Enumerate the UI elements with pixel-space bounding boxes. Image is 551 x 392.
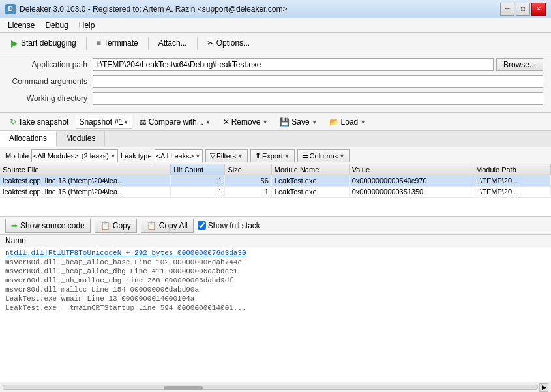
cmd-args-input[interactable]	[93, 75, 543, 88]
load-caret-icon: ▼	[360, 119, 366, 125]
terminate-button[interactable]: ■ Terminate	[91, 35, 144, 51]
stack-item: msvcr80d.dll!_heap_alloc_dbg Line 411 00…	[3, 267, 548, 276]
filters-button[interactable]: ▽ Filters ▼	[205, 149, 248, 162]
toolbar-separator-1	[86, 37, 87, 50]
take-snapshot-button[interactable]: ↻ Take snapshot	[5, 115, 73, 129]
compare-icon: ⚖	[140, 117, 147, 127]
show-source-button[interactable]: ➡ Show source code	[5, 219, 91, 233]
compare-with-button[interactable]: ⚖ Compare with... ▼	[135, 115, 216, 129]
columns-caret-icon: ▼	[339, 153, 345, 159]
col-value[interactable]: Value	[349, 164, 473, 175]
stack-item: LeakTest.exe!__tmainCRTStartup Line 594 …	[3, 303, 548, 312]
snapshot-selector[interactable]: Snapshot #1 ▼	[76, 115, 132, 129]
toolbar-separator-3	[197, 37, 198, 50]
snapshot-bar: ↻ Take snapshot Snapshot #1 ▼ ⚖ Compare …	[0, 113, 551, 131]
refresh-icon: ↻	[10, 117, 16, 127]
app-path-label: Application path	[8, 60, 93, 69]
menu-debug[interactable]: Debug	[40, 20, 73, 31]
cell-source-file: leaktest.cpp, line 15 (i:\temp\204\lea..…	[0, 187, 171, 198]
close-button[interactable]: ✕	[531, 3, 546, 16]
export-icon: ⬆	[255, 151, 261, 160]
copy-button[interactable]: 📋 Copy	[95, 219, 137, 233]
copy-all-button[interactable]: 📋 Copy All	[141, 219, 194, 233]
remove-icon: ✕	[223, 117, 230, 127]
stack-item: LeakTest.exe!wmain Line 13 0000000014000…	[3, 294, 548, 303]
minimize-button[interactable]: ─	[500, 3, 514, 16]
filters-caret-icon: ▼	[237, 153, 243, 159]
source-arrow-icon: ➡	[11, 221, 18, 230]
leak-type-label: Leak type	[121, 152, 152, 160]
load-icon: 📂	[329, 117, 339, 127]
working-dir-row: Working directory	[8, 91, 543, 106]
browse-button[interactable]: Browse...	[496, 58, 543, 71]
module-caret-icon: ▼	[110, 153, 116, 159]
app-path-row: Application path Browse...	[8, 57, 543, 72]
columns-button[interactable]: ☰ Columns ▼	[297, 149, 350, 162]
copy-all-icon: 📋	[147, 221, 156, 230]
cell-module-path: I:\TEMP\20...	[473, 187, 551, 198]
start-debug-button[interactable]: ▶ Start debugging	[5, 35, 82, 51]
menu-license[interactable]: License	[3, 20, 40, 31]
app-path-input[interactable]	[93, 58, 494, 71]
col-size[interactable]: Size	[225, 164, 271, 175]
show-full-stack-checkbox-label[interactable]: Show full stack	[198, 221, 260, 230]
columns-icon: ☰	[302, 151, 308, 160]
load-button[interactable]: 📂 Load ▼	[325, 115, 371, 129]
tab-allocations[interactable]: Allocations	[0, 131, 57, 147]
stack-item: msvcr80d.dll!_nh_malloc_dbg Line 268 000…	[3, 276, 548, 285]
tab-modules[interactable]: Modules	[57, 131, 105, 147]
cmd-args-row: Command arguments	[8, 74, 543, 89]
form-area: Application path Browse... Command argum…	[0, 53, 551, 113]
cell-hit-count: 1	[171, 175, 225, 187]
show-full-stack-checkbox[interactable]	[198, 221, 206, 230]
leak-type-dropdown[interactable]: <All Leaks> ▼	[155, 149, 203, 162]
bottom-toolbar: ➡ Show source code 📋 Copy 📋 Copy All Sho…	[0, 217, 551, 235]
stack-item: msvcr80d.dll!malloc Line 154 000000006da…	[3, 285, 548, 294]
export-button[interactable]: ⬆ Export ▼	[250, 149, 295, 162]
module-dropdown[interactable]: <All Modules> (2 leaks) ▼	[31, 149, 118, 162]
remove-caret-icon: ▼	[262, 119, 268, 125]
table-row[interactable]: leaktest.cpp, line 15 (i:\temp\204\lea..…	[0, 187, 551, 198]
cell-value: 0x0000000000351350	[349, 187, 473, 198]
col-module-name[interactable]: Module Name	[271, 164, 349, 175]
col-source-file[interactable]: Source File	[0, 164, 171, 175]
title-text: Deleaker 3.0.103.0 - Registered to: Arte…	[20, 5, 500, 14]
bottom-panel: Name ntdll.dll!RtlUTF8ToUnicodeN + 292 b…	[0, 235, 551, 392]
hscroll-right-arrow[interactable]: ▶	[539, 383, 548, 392]
attach-button[interactable]: Attach...	[153, 35, 193, 51]
toolbar: ▶ Start debugging ■ Terminate Attach... …	[0, 33, 551, 53]
options-icon: ✂	[207, 38, 214, 48]
cell-source-file: leaktest.cpp, line 13 (i:\temp\204\lea..…	[0, 175, 171, 187]
app-icon: D	[5, 4, 16, 14]
horizontal-scrollbar[interactable]: ▶	[0, 382, 551, 392]
working-dir-input[interactable]	[93, 92, 543, 105]
maximize-button[interactable]: □	[516, 3, 530, 16]
save-button[interactable]: 💾 Save ▼	[275, 115, 321, 129]
cell-hit-count: 1	[171, 187, 225, 198]
col-module-path[interactable]: Module Path	[473, 164, 551, 175]
menu-bar: License Debug Help	[0, 18, 551, 33]
window-controls: ─ □ ✕	[500, 3, 546, 16]
cell-value: 0x0000000000540c970	[349, 175, 473, 187]
cmd-args-label: Command arguments	[8, 77, 93, 86]
cell-module-name: LeakTest.exe	[271, 187, 349, 198]
title-bar: D Deleaker 3.0.103.0 - Registered to: Ar…	[0, 0, 551, 18]
cell-size: 1	[225, 187, 271, 198]
menu-help[interactable]: Help	[74, 20, 100, 31]
allocations-table: Source File Hit Count Size Module Name V…	[0, 164, 551, 198]
col-hit-count[interactable]: Hit Count	[171, 164, 225, 175]
remove-button[interactable]: ✕ Remove ▼	[218, 115, 273, 129]
copy-icon: 📋	[100, 221, 110, 230]
stack-item[interactable]: ntdll.dll!RtlUTF8ToUnicodeN + 292 bytes …	[3, 249, 548, 258]
main-table-area: Source File Hit Count Size Module Name V…	[0, 164, 551, 217]
tabs-bar: Allocations Modules	[0, 131, 551, 147]
snapshot-caret-icon: ▼	[123, 119, 129, 125]
stack-area: ntdll.dll!RtlUTF8ToUnicodeN + 292 bytes …	[0, 247, 551, 382]
export-caret-icon: ▼	[284, 153, 290, 159]
save-caret-icon: ▼	[312, 119, 318, 125]
options-button[interactable]: ✂ Options...	[201, 35, 256, 51]
table-row[interactable]: leaktest.cpp, line 13 (i:\temp\204\lea..…	[0, 175, 551, 187]
play-icon: ▶	[11, 38, 18, 48]
save-icon: 💾	[280, 117, 290, 127]
working-dir-label: Working directory	[8, 94, 93, 103]
